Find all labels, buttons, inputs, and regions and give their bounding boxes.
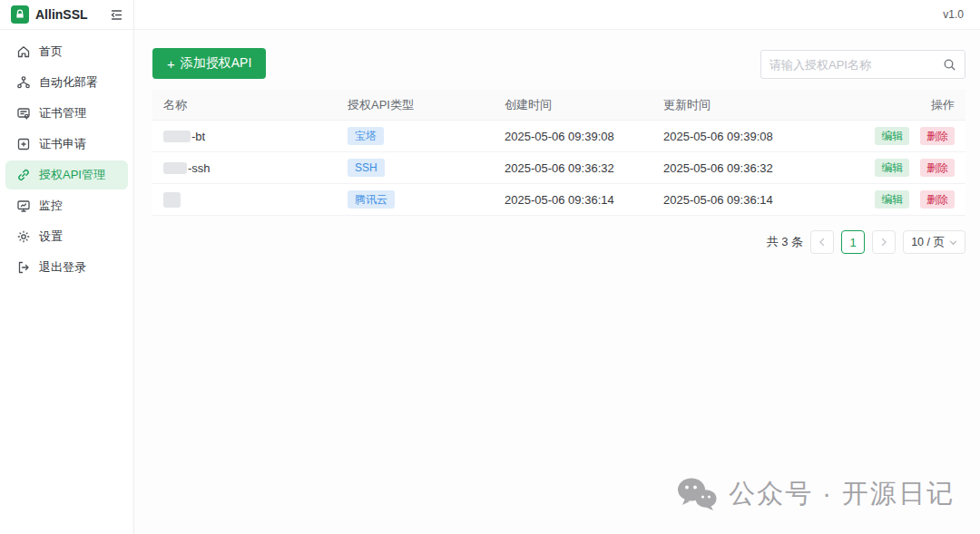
chevron-left-icon	[818, 238, 827, 247]
cell-updated: 2025-05-06 09:39:08	[663, 130, 815, 143]
sidebar-item-settings[interactable]: 设置	[5, 222, 128, 251]
top-header: v1.0	[134, 0, 980, 30]
edit-button[interactable]: 编辑	[875, 127, 909, 145]
edit-button[interactable]: 编辑	[875, 190, 909, 209]
sidebar-item-home[interactable]: 首页	[5, 37, 128, 66]
sidebar-item-label: 自动化部署	[39, 74, 98, 91]
edit-button[interactable]: 编辑	[875, 159, 909, 177]
col-header-created: 创建时间	[505, 97, 663, 113]
cell-created: 2025-05-06 09:36:14	[505, 193, 663, 207]
sidebar-item-label: 监控	[39, 198, 63, 214]
sidebar-nav: 首页 自动化部署 证书管理 证书申请 授权API管理 监控 设置 退出登录	[0, 30, 133, 284]
certificate-manage-icon	[16, 106, 31, 121]
delete-button[interactable]: 删除	[920, 127, 955, 145]
cell-updated: 2025-05-06 09:36:32	[663, 161, 815, 175]
sidebar-collapse-icon[interactable]	[108, 6, 124, 23]
col-header-type: 授权API类型	[348, 97, 505, 113]
cell-actions: 编辑 删除	[815, 127, 955, 145]
col-header-actions: 操作	[815, 97, 955, 113]
sidebar-item-auto-deploy[interactable]: 自动化部署	[5, 68, 128, 97]
cell-type: 腾讯云	[348, 190, 505, 209]
sidebar-item-cert-manage[interactable]: 证书管理	[5, 99, 128, 128]
table-header-row: 名称 授权API类型 创建时间 更新时间 操作	[152, 90, 965, 121]
cell-actions: 编辑 删除	[815, 190, 955, 209]
search-icon[interactable]	[943, 58, 956, 72]
chevron-down-icon	[949, 238, 957, 247]
page-1-button[interactable]: 1	[841, 230, 865, 254]
watermark-text: 公众号 · 开源日记	[729, 476, 955, 512]
col-header-updated: 更新时间	[663, 97, 815, 113]
sidebar-item-cert-apply[interactable]: 证书申请	[5, 130, 128, 159]
cell-type: SSH	[348, 159, 505, 177]
cell-name: -bt	[163, 130, 348, 143]
table-row: -ssh SSH 2025-05-06 09:36:32 2025-05-06 …	[152, 152, 965, 184]
type-tag: 腾讯云	[348, 190, 395, 209]
cell-type: 宝塔	[348, 127, 505, 145]
sidebar: AllinSSL 首页 自动化部署 证书管理 证书申请 授权API管理 监控	[0, 0, 134, 534]
delete-button[interactable]: 删除	[920, 190, 955, 209]
main-area: v1.0 + 添加授权API 名称 授权API类型 创建时间 更新时间 操作	[134, 0, 980, 534]
app-logo-lock-icon	[11, 5, 29, 24]
table-row: -bt 宝塔 2025-05-06 09:39:08 2025-05-06 09…	[152, 121, 965, 152]
table-row: 腾讯云 2025-05-06 09:36:14 2025-05-06 09:36…	[152, 184, 965, 216]
sidebar-item-label: 证书管理	[39, 105, 86, 121]
col-header-name: 名称	[163, 97, 348, 113]
sidebar-item-logout[interactable]: 退出登录	[5, 253, 128, 282]
cell-actions: 编辑 删除	[815, 159, 955, 177]
redacted-text	[163, 192, 181, 208]
logout-icon	[16, 260, 31, 275]
deploy-icon	[16, 75, 31, 90]
search-box	[760, 50, 965, 79]
next-page-button[interactable]	[872, 230, 896, 254]
home-icon	[16, 44, 31, 59]
sidebar-item-label: 授权API管理	[39, 167, 105, 183]
gear-icon	[16, 229, 31, 244]
api-table: 名称 授权API类型 创建时间 更新时间 操作 -bt 宝塔 2025-05-0…	[152, 90, 965, 216]
delete-button[interactable]: 删除	[920, 159, 955, 177]
cell-created: 2025-05-06 09:36:32	[505, 161, 663, 175]
type-tag: 宝塔	[348, 127, 384, 145]
certificate-apply-icon	[16, 137, 31, 151]
sidebar-item-label: 证书申请	[39, 136, 86, 152]
sidebar-item-monitor[interactable]: 监控	[5, 191, 128, 220]
plus-icon: +	[167, 57, 175, 71]
wechat-icon	[676, 477, 718, 511]
content: + 添加授权API 名称 授权API类型 创建时间 更新时间 操作 -	[134, 30, 980, 254]
page-size-value: 10 / 页	[911, 235, 945, 250]
monitor-icon	[16, 199, 31, 213]
logo-row: AllinSSL	[0, 0, 133, 30]
sidebar-item-label: 退出登录	[39, 259, 86, 276]
chevron-right-icon	[879, 238, 888, 247]
link-icon	[16, 168, 31, 182]
type-tag: SSH	[348, 159, 385, 177]
version-label: v1.0	[943, 8, 964, 21]
search-input[interactable]	[769, 58, 943, 72]
cell-name	[163, 192, 348, 208]
redacted-text	[163, 162, 187, 174]
add-api-button[interactable]: + 添加授权API	[152, 48, 266, 79]
page-size-select[interactable]: 10 / 页	[903, 230, 965, 254]
toolbar: + 添加授权API	[152, 48, 965, 79]
app-title: AllinSSL	[35, 7, 108, 22]
sidebar-item-api-manage[interactable]: 授权API管理	[5, 160, 128, 189]
watermark: 公众号 · 开源日记	[676, 476, 955, 512]
add-api-button-label: 添加授权API	[181, 55, 252, 72]
redacted-text	[163, 131, 191, 142]
name-suffix: -ssh	[188, 161, 211, 175]
cell-updated: 2025-05-06 09:36:14	[663, 193, 815, 207]
cell-name: -ssh	[163, 161, 348, 175]
sidebar-item-label: 首页	[39, 44, 63, 60]
cell-created: 2025-05-06 09:39:08	[505, 130, 663, 143]
table-body: -bt 宝塔 2025-05-06 09:39:08 2025-05-06 09…	[152, 121, 965, 216]
prev-page-button[interactable]	[810, 230, 834, 254]
pagination: 共 3 条 1 10 / 页	[152, 230, 965, 254]
name-suffix: -bt	[191, 130, 205, 143]
pagination-total: 共 3 条	[767, 234, 803, 250]
sidebar-item-label: 设置	[39, 228, 63, 245]
